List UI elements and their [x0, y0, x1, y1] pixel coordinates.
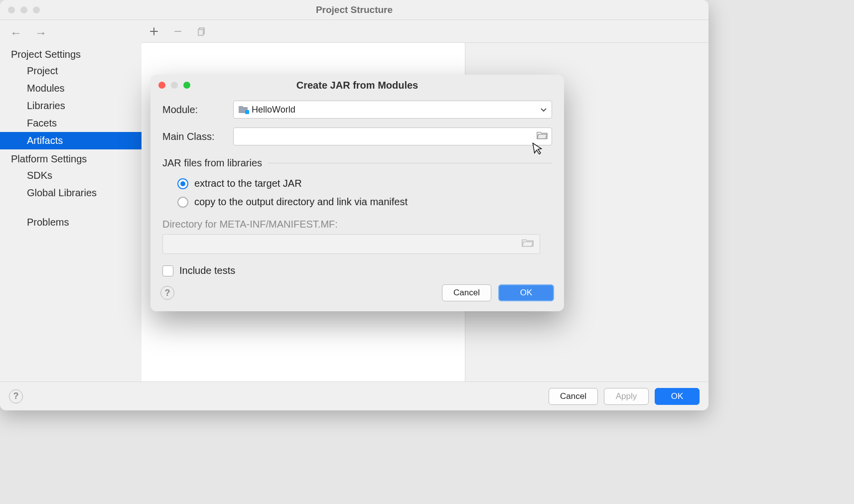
- sidebar-item-modules[interactable]: Modules: [0, 80, 142, 97]
- sidebar-item-global-libraries[interactable]: Global Libraries: [0, 184, 142, 202]
- browse-class-icon[interactable]: [537, 131, 548, 142]
- jar-libraries-label: JAR files from libraries: [162, 157, 262, 169]
- module-folder-icon: [239, 106, 248, 113]
- radio-icon: [177, 178, 188, 189]
- ok-button[interactable]: OK: [655, 388, 700, 405]
- dialog-footer: ? Cancel OK: [150, 280, 564, 311]
- maximize-icon[interactable]: [33, 6, 40, 13]
- include-tests-checkbox[interactable]: Include tests: [162, 265, 552, 276]
- remove-icon[interactable]: [172, 26, 183, 37]
- dialog-cancel-button[interactable]: Cancel: [442, 284, 491, 301]
- chevron-down-icon: [541, 105, 547, 115]
- minimize-icon[interactable]: [20, 6, 27, 13]
- dialog-titlebar: Create JAR from Modules: [150, 75, 564, 96]
- dialog-help-icon[interactable]: ?: [160, 286, 174, 300]
- nav-back-icon[interactable]: ←: [10, 27, 22, 39]
- sidebar-heading-project-settings: Project Settings: [0, 45, 142, 62]
- radio-extract-label: extract to the target JAR: [194, 178, 302, 189]
- radio-copy[interactable]: copy to the output directory and link vi…: [177, 196, 552, 208]
- include-tests-label: Include tests: [179, 265, 235, 276]
- apply-button[interactable]: Apply: [604, 388, 649, 405]
- module-label: Module:: [162, 104, 231, 116]
- cancel-button[interactable]: Cancel: [549, 388, 598, 405]
- dialog-ok-button[interactable]: OK: [498, 284, 554, 301]
- jar-libraries-radio-group: extract to the target JAR copy to the ou…: [162, 178, 552, 208]
- create-jar-dialog: Create JAR from Modules Module: HelloWor…: [150, 75, 564, 311]
- radio-copy-label: copy to the output directory and link vi…: [194, 196, 408, 208]
- traffic-lights: [0, 6, 40, 13]
- window-footer: ? Cancel Apply OK: [0, 381, 709, 410]
- sidebar: ← → Project Settings Project Modules Lib…: [0, 20, 142, 381]
- nav-forward-icon[interactable]: →: [35, 27, 47, 39]
- sidebar-item-facets[interactable]: Facets: [0, 115, 142, 132]
- radio-extract[interactable]: extract to the target JAR: [177, 178, 552, 189]
- checkbox-icon: [162, 265, 173, 276]
- window-title: Project Structure: [0, 4, 709, 15]
- module-combobox[interactable]: HelloWorld: [233, 101, 552, 119]
- sidebar-item-sdks[interactable]: SDKs: [0, 167, 142, 184]
- sidebar-item-artifacts[interactable]: Artifacts: [0, 132, 142, 149]
- help-icon[interactable]: ?: [9, 389, 23, 403]
- sidebar-heading-platform-settings: Platform Settings: [0, 149, 142, 167]
- sidebar-item-project[interactable]: Project: [0, 62, 142, 80]
- copy-icon[interactable]: [196, 26, 207, 37]
- sidebar-item-problems[interactable]: Problems: [0, 214, 142, 231]
- radio-icon: [177, 197, 188, 208]
- dialog-title: Create JAR from Modules: [150, 80, 564, 91]
- add-icon[interactable]: [148, 26, 159, 37]
- artifacts-toolbar: [142, 20, 709, 43]
- manifest-dir-label: Directory for META-INF/MANIFEST.MF:: [162, 219, 552, 230]
- section-divider: [268, 163, 552, 163]
- window-titlebar: Project Structure: [0, 0, 709, 20]
- manifest-dir-field: [162, 234, 540, 254]
- sidebar-item-libraries[interactable]: Libraries: [0, 97, 142, 115]
- close-icon[interactable]: [8, 6, 15, 13]
- module-value: HelloWorld: [252, 105, 295, 115]
- main-class-label: Main Class:: [162, 131, 231, 142]
- browse-folder-icon: [522, 239, 534, 250]
- svg-rect-1: [198, 29, 203, 35]
- main-class-field[interactable]: [233, 127, 552, 145]
